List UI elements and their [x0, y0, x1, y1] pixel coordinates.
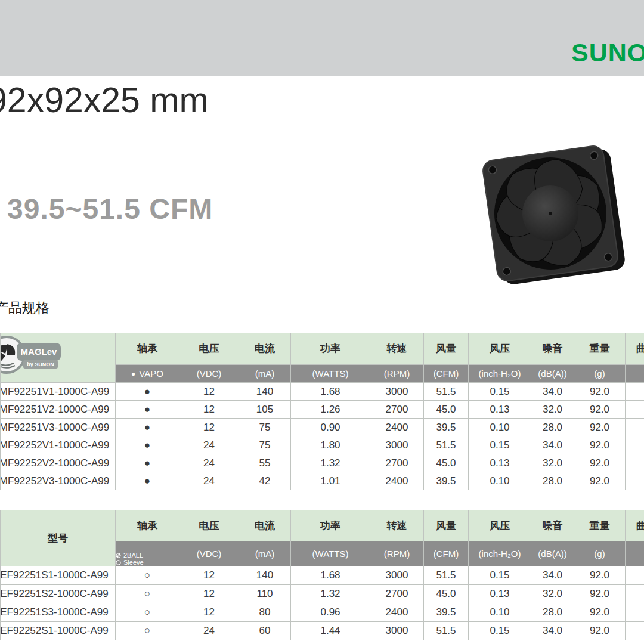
col-bearing: 轴承 [116, 333, 179, 365]
cfm-cell: 39.5 [424, 419, 469, 436]
unit-vdc: (VDC) [179, 364, 239, 382]
rpm-cell: 2700 [370, 585, 424, 603]
weight-cell: 92.0 [574, 419, 626, 436]
vdc-cell: 12 [179, 419, 239, 436]
cfm-cell: 51.5 [424, 436, 469, 454]
bearing-circle-icon: ○ [116, 585, 179, 603]
noise-cell: 34.0 [531, 436, 574, 454]
col-weight: 重量 [574, 333, 626, 365]
model-cell: EF92251S1-1000C-A99 [1, 566, 116, 585]
pressure-cell: 0.15 [469, 383, 531, 401]
bearing-dot-icon: ● [116, 383, 179, 401]
unit-ma: (mA) [239, 541, 291, 566]
table-row: MF92251V2-1000C-A99 ● 12 105 1.26 2700 4… [1, 401, 644, 419]
weight-cell: 92.0 [574, 603, 626, 622]
table-row: EF92252S1-1000C-A99 ○ 24 60 1.44 3000 51… [1, 622, 644, 640]
sunon-logo: SUNON [571, 38, 644, 67]
curve-cell [626, 383, 644, 401]
bearing-circle-icon: ○ [116, 622, 179, 640]
unit-g: (g) [574, 364, 626, 382]
col-pressure: 风压 [469, 510, 531, 541]
pressure-cell: 0.15 [469, 622, 531, 640]
bearing-dot-icon: ● [116, 454, 179, 472]
pressure-cell: 0.15 [469, 436, 531, 454]
legend-sleeve: Sleeve [116, 559, 179, 566]
curve-cell [626, 566, 644, 585]
model-cell: MF92251V3-1000C-A99 [1, 419, 116, 436]
col-current: 电流 [239, 333, 291, 365]
cfm-cell: 45.0 [424, 585, 469, 603]
vdc-cell: 12 [179, 603, 239, 622]
model-cell: EF92251S3-1000C-A99 [1, 603, 116, 622]
table-row: MF92251V1-1000C-A99 ● 12 140 1.68 3000 5… [1, 383, 644, 401]
noise-cell: 32.0 [531, 454, 574, 472]
cfm-cell: 51.5 [424, 566, 469, 585]
bearing-dot-icon: ● [116, 472, 179, 490]
vdc-cell: 24 [179, 454, 239, 472]
spec-section-heading: 产品规格 [0, 299, 49, 317]
noise-cell: 28.0 [531, 603, 574, 622]
bearing-dot-icon: ● [116, 401, 179, 419]
col-pressure: 风压 [469, 333, 531, 365]
col-power: 功率 [291, 510, 370, 541]
pressure-cell: 0.10 [469, 603, 531, 622]
col-speed: 转速 [370, 510, 424, 541]
product-size-title: 92x92x25 mm [0, 80, 209, 120]
bearing-legend-vapo: ●VAPO [116, 364, 179, 382]
bearing-circle-icon: ○ [116, 603, 179, 622]
unit-watts: (WATTS) [291, 364, 370, 382]
pressure-cell: 0.10 [469, 472, 531, 490]
vdc-cell: 24 [179, 622, 239, 640]
pressure-cell: 0.15 [469, 566, 531, 585]
ma-cell: 42 [239, 472, 291, 490]
weight-cell: 92.0 [574, 454, 626, 472]
unit-dba: (dB(A)) [531, 364, 574, 382]
unit-g: (g) [574, 541, 626, 566]
table-row: EF92251S2-1000C-A99 ○ 12 110 1.32 2700 4… [1, 585, 644, 603]
maglev-badge-cell: MAGLev by SUNON [1, 333, 116, 383]
unit-inch-h2o: (inch-H₂O) [469, 541, 531, 566]
weight-cell: 92.0 [574, 436, 626, 454]
noise-cell: 28.0 [531, 472, 574, 490]
noise-cell: 32.0 [531, 585, 574, 603]
table-row: MF92252V3-1000C-A99 ● 24 42 1.01 2400 39… [1, 472, 644, 490]
airflow-range: 39.5~51.5 CFM [7, 193, 213, 225]
ma-cell: 75 [239, 419, 291, 436]
rpm-cell: 2400 [370, 472, 424, 490]
curve-cell [626, 622, 644, 640]
unit-rpm: (RPM) [370, 364, 424, 382]
col-model: 型号 [1, 510, 116, 566]
bearing-legend: 2BALL Sleeve [116, 541, 179, 566]
unit-curve [626, 364, 644, 382]
curve-cell [626, 454, 644, 472]
col-speed: 转速 [370, 333, 424, 365]
fan-product-image [473, 135, 628, 295]
rpm-cell: 3000 [370, 622, 424, 640]
col-voltage: 电压 [179, 510, 239, 541]
model-cell: MF92251V1-1000C-A99 [1, 383, 116, 401]
table-row: EF92251S3-1000C-A99 ○ 12 80 0.96 2400 39… [1, 603, 644, 622]
col-curve: 曲线 [626, 333, 644, 365]
curve-cell [626, 436, 644, 454]
noise-cell: 32.0 [531, 401, 574, 419]
col-airflow: 风量 [424, 333, 469, 365]
table-row: EF92251S1-1000C-A99 ○ 12 140 1.68 3000 5… [1, 566, 644, 585]
noise-cell: 34.0 [531, 566, 574, 585]
col-voltage: 电压 [179, 333, 239, 365]
weight-cell: 92.0 [574, 585, 626, 603]
legend-2ball: 2BALL [116, 552, 179, 559]
vdc-cell: 12 [179, 401, 239, 419]
ma-cell: 105 [239, 401, 291, 419]
unit-watts: (WATTS) [291, 541, 370, 566]
bearing-dot-icon: ● [116, 436, 179, 454]
rpm-cell: 3000 [370, 383, 424, 401]
ma-cell: 55 [239, 454, 291, 472]
fan-photo-icon [473, 135, 628, 290]
curve-cell [626, 401, 644, 419]
unit-cfm: (CFM) [424, 364, 469, 382]
col-bearing: 轴承 [116, 510, 179, 541]
maglev-byline: by SUNON [23, 360, 58, 369]
watts-cell: 0.90 [291, 419, 370, 436]
sleeve-bearing-icon [116, 560, 121, 565]
watts-cell: 1.80 [291, 436, 370, 454]
